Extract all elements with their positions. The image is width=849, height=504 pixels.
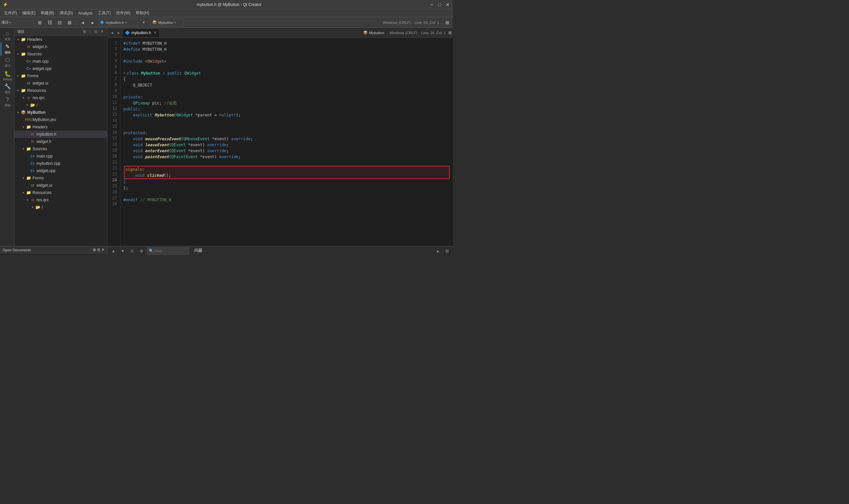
menu-edit[interactable]: 编辑(E) [20, 9, 38, 17]
fold-arrow-t20[interactable]: ▾ [22, 176, 26, 180]
tree-item-t18[interactable]: C+mybutton.cpp [15, 160, 107, 167]
sidebar-icon-welcome[interactable]: ⌂ 欢迎 [1, 29, 14, 42]
issues-warning-filter[interactable]: ⚠ [129, 248, 135, 254]
fold-arrow-t6[interactable]: ▾ [17, 74, 21, 77]
tree-item-t17[interactable]: C+main.cpp [15, 152, 107, 160]
code-content[interactable]: #ifndef MYBUTTON_H #define MYBUTTON_H #i… [121, 38, 453, 246]
tree-item-t11[interactable]: ▾📦MyButton [15, 109, 107, 116]
fold-arrow-t17[interactable] [26, 155, 30, 158]
nav-fwd-btn[interactable]: ▸ [88, 18, 97, 27]
tree-item-t10[interactable]: ▾📂/ [15, 102, 107, 109]
fold-arrow-t14[interactable] [26, 133, 30, 136]
tree-item-t5[interactable]: C+widget.cpp [15, 65, 107, 72]
open-docs-sort-btn[interactable]: ⊞ [93, 248, 96, 252]
fold-arrow-t13[interactable]: ▾ [22, 125, 26, 129]
tab-nav-fwd[interactable]: ▸ [115, 29, 122, 37]
fold-arrow-t16[interactable]: ▾ [22, 147, 26, 150]
current-file-label[interactable]: mybutton.h [106, 21, 124, 24]
project-label[interactable]: Mybutton [158, 21, 173, 24]
fold-arrow-t2[interactable] [22, 45, 26, 49]
fold-arrow-t24[interactable]: ▾ [32, 205, 35, 209]
tree-item-t15[interactable]: Hwidget.h [15, 138, 107, 145]
sidebar-icon-edit[interactable]: ✎ 编辑 [1, 42, 14, 56]
fold-arrow-t23[interactable]: ▾ [26, 198, 30, 202]
fold-arrow-t11[interactable]: ▾ [17, 111, 21, 114]
tab-close-icon[interactable]: ✕ [153, 31, 157, 35]
filter-btn[interactable]: ⊞ [35, 18, 44, 27]
menu-analyze[interactable]: Analyze [76, 9, 95, 17]
tree-item-t2[interactable]: Hwidget.h [15, 43, 107, 50]
tree-item-t9[interactable]: ▾⚙res.qrc [15, 94, 107, 102]
menu-help[interactable]: 帮助(H) [133, 9, 152, 17]
tree-item-t24[interactable]: ▾📂/ [15, 203, 107, 211]
tree-item-t14[interactable]: Hmybutton.h [15, 131, 107, 138]
tree-sync-btn[interactable]: ↕ [88, 29, 92, 34]
combo-arrow[interactable]: ▾ [9, 21, 11, 24]
fold-arrow-t21[interactable] [26, 184, 30, 187]
tree-item-t20[interactable]: ▾📁Forms [15, 175, 107, 182]
tree-item-t1[interactable]: ▾📁Headers [15, 36, 107, 43]
code-editor[interactable]: 1 2 3 4 5 6 7 8 9 10 11 12 13 14 15 16 1… [107, 38, 453, 246]
menu-controls[interactable]: 控件(W) [113, 9, 133, 17]
fold-arrow-t22[interactable]: ▾ [22, 191, 26, 194]
tree-close-btn[interactable]: ✕ [100, 29, 105, 34]
tab-nav-back[interactable]: ◂ [109, 29, 115, 37]
open-docs-split-btn[interactable]: ⊟ [97, 248, 100, 252]
fold-arrow-t19[interactable] [26, 169, 30, 173]
tree-item-t6[interactable]: ▾📁Forms [15, 72, 107, 79]
panel-tab-issues[interactable]: 问题 [192, 246, 205, 255]
fold-arrow-t18[interactable] [26, 162, 30, 165]
tree-item-t3[interactable]: ▾📁Sources [15, 50, 107, 58]
issues-nav-up[interactable]: ▲ [110, 248, 117, 254]
issues-nav-down[interactable]: ▼ [120, 248, 126, 254]
fold-arrow-t15[interactable] [26, 140, 30, 143]
tree-item-t21[interactable]: UIwidget.ui [15, 182, 107, 189]
close-file-btn[interactable]: ✕ [139, 18, 148, 27]
fold-arrow-t10[interactable]: ▾ [26, 104, 30, 107]
tree-item-t22[interactable]: ▾📁Resources [15, 189, 107, 196]
panel-maximize-btn[interactable]: ⊞ [444, 248, 450, 254]
fold-arrow-t5[interactable] [22, 67, 26, 70]
sidebar-icon-debug[interactable]: 🐛 Debug [1, 69, 14, 82]
split-v-btn[interactable]: ⊠ [65, 18, 74, 27]
maximize-editor-btn[interactable]: ⊞ [448, 31, 452, 35]
tab-mybutton-h[interactable]: 🔷 mybutton.h ✕ [122, 29, 160, 37]
maximize-button[interactable]: □ [437, 2, 442, 7]
tree-split-btn[interactable]: ⊟ [93, 29, 98, 34]
tree-item-t13[interactable]: ▾📁Headers [15, 123, 107, 131]
tree-item-t8[interactable]: ▾📁Resources [15, 87, 107, 94]
menu-file[interactable]: 文件(F) [1, 9, 20, 17]
fold-arrow-t9[interactable]: ▾ [22, 96, 26, 100]
fold-arrow-t7[interactable] [22, 82, 26, 85]
fold-arrow-6[interactable]: ▾ [123, 70, 125, 76]
tree-item-t19[interactable]: C+widget.cpp [15, 167, 107, 175]
tree-item-t23[interactable]: ▾⚙res.qrc [15, 196, 107, 203]
tree-item-t16[interactable]: ▾📁Sources [15, 145, 107, 152]
tree-filter-btn[interactable]: ⊞ [82, 29, 87, 34]
close-button[interactable]: ✕ [445, 2, 450, 7]
sidebar-icon-help[interactable]: ? 帮助 [1, 95, 14, 109]
tree-item-t7[interactable]: UIwidget.ui [15, 79, 107, 87]
tree-item-t12[interactable]: PROMyButton.pro [15, 116, 107, 123]
fold-arrow-t4[interactable] [22, 60, 26, 63]
issues-settings-btn[interactable]: ⚙ [138, 248, 145, 254]
filter-input[interactable] [154, 249, 187, 253]
split-h-btn[interactable]: ⊟ [55, 18, 64, 27]
fold-arrow-t3[interactable]: ▾ [17, 52, 21, 56]
doc-main-cpp[interactable]: main.cpp [0, 254, 107, 255]
menu-tools[interactable]: 工具(T) [95, 9, 113, 17]
fold-arrow-t1[interactable]: ▾ [17, 38, 21, 41]
menu-build[interactable]: 构建(B) [38, 9, 57, 17]
tree-item-t4[interactable]: C+main.cpp [15, 58, 107, 65]
menu-debug[interactable]: 调试(D) [57, 9, 76, 17]
panel-collapse-btn[interactable]: ▲ [434, 248, 441, 254]
open-docs-close-btn[interactable]: ✕ [102, 248, 105, 252]
file-tree-body[interactable]: ▾📁Headers Hwidget.h▾📁Sources C+main.cpp … [15, 36, 107, 246]
minimize-button[interactable]: ─ [429, 2, 434, 7]
fold-arrow-t8[interactable]: ▾ [17, 89, 21, 92]
project-combo[interactable]: 项目 [1, 20, 8, 25]
split-editor-btn[interactable]: ⊞ [443, 18, 452, 27]
sidebar-icon-project[interactable]: 🔧 项目 [1, 82, 14, 95]
link-btn[interactable]: ⛓ [46, 18, 54, 27]
nav-back-btn[interactable]: ◂ [78, 18, 87, 27]
